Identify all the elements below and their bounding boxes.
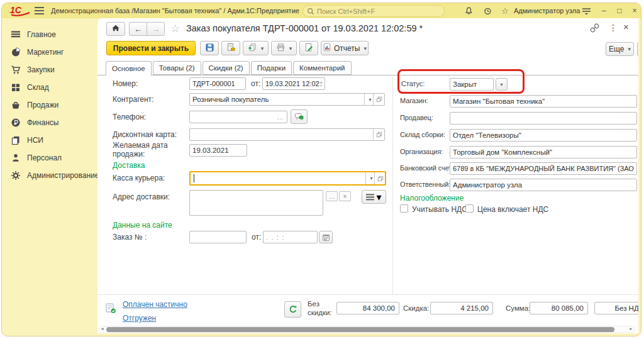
site-order-field[interactable] bbox=[189, 231, 247, 243]
paid-status-link[interactable]: Оплачен частично bbox=[123, 300, 187, 309]
edit-pencil-icon bbox=[304, 43, 314, 54]
dropdown-caret: ▾ bbox=[364, 45, 367, 52]
gross-label: Без скидки: bbox=[308, 300, 336, 317]
sms-chat-button[interactable] bbox=[291, 109, 308, 124]
vat-checkbox-label: Учитывать НДС bbox=[412, 205, 467, 214]
courier-cash-open-button[interactable] bbox=[374, 172, 386, 184]
discount-card-field[interactable] bbox=[189, 128, 385, 141]
home-button[interactable] bbox=[106, 22, 125, 36]
sidebar-item-marketing[interactable]: Маркетинг bbox=[2, 45, 97, 60]
nav-back-button[interactable]: ← bbox=[129, 22, 147, 36]
address-list-button[interactable]: ▾ bbox=[362, 190, 386, 204]
discount-card-open-button[interactable] bbox=[373, 129, 384, 140]
store-field[interactable]: Магазин "Бытовая техника" bbox=[450, 95, 637, 108]
courier-cash-field[interactable]: ▾ bbox=[189, 171, 386, 186]
get-link-icon[interactable] bbox=[590, 23, 600, 33]
scroll-left-arrow[interactable]: ◄ bbox=[100, 326, 104, 331]
current-user[interactable]: Администратор узла bbox=[514, 7, 580, 14]
text-cursor bbox=[194, 174, 194, 182]
edit-button[interactable] bbox=[299, 41, 318, 55]
nav-forward-button[interactable]: → bbox=[147, 22, 165, 36]
total-label: Сумма: bbox=[506, 304, 530, 312]
sidebar-item-sales[interactable]: Продажи bbox=[2, 97, 97, 113]
favorite-star-icon[interactable]: ☆ bbox=[170, 23, 180, 34]
assembly-warehouse-field[interactable]: Отдел "Телевизоры" bbox=[450, 129, 637, 142]
counterparty-open-button[interactable] bbox=[373, 94, 384, 105]
home-icon bbox=[111, 23, 120, 35]
datetime-field[interactable]: 19.03.2021 12:02:59 bbox=[262, 77, 325, 90]
number-field[interactable]: ТДРТ-000001 bbox=[189, 77, 246, 90]
app-name: 1С:Предприятие bbox=[246, 7, 299, 14]
tab-main[interactable]: Основное bbox=[106, 61, 152, 75]
window-close-button[interactable]: × bbox=[628, 6, 641, 16]
seller-label: Продавец: bbox=[400, 114, 433, 121]
clipped-button[interactable] bbox=[637, 42, 638, 56]
order-form-panel: ← → ☆ Заказ покупателя ТДРТ-000001 от 19… bbox=[97, 18, 638, 333]
organization-field[interactable]: Торговый дом "Комплексный" bbox=[450, 146, 637, 158]
form-close-icon[interactable]: × bbox=[623, 21, 629, 32]
more-menu-kebab-icon[interactable]: ⋮ bbox=[609, 23, 618, 33]
bank-account-field[interactable]: 6789 в КБ "МЕЖДУНАРОДНЫЙ БАНК РАЗВИТИЯ" … bbox=[450, 162, 637, 175]
service-settings-icon[interactable] bbox=[580, 6, 592, 16]
status-field[interactable]: Закрыт bbox=[450, 78, 494, 91]
site-data-section-header: Данные на сайте bbox=[113, 221, 172, 230]
global-search-input[interactable]: Поиск Ctrl+Shift+F bbox=[303, 5, 445, 17]
responsible-label: Ответственный: bbox=[400, 181, 450, 188]
post-and-close-button[interactable]: Провести и закрыть bbox=[106, 41, 196, 55]
tab-goods[interactable]: Товары (2) bbox=[153, 61, 201, 75]
main-menu-icon[interactable] bbox=[33, 6, 45, 16]
vat-checkbox[interactable] bbox=[400, 204, 408, 213]
sidebar-item-purchases[interactable]: Закупки bbox=[2, 62, 97, 77]
phone-field[interactable]: … bbox=[189, 111, 287, 123]
print-button[interactable]: ▾ bbox=[271, 41, 297, 55]
delivery-address-textarea[interactable] bbox=[189, 190, 323, 216]
reports-button[interactable]: Отчеты ▾ bbox=[321, 41, 369, 55]
desired-date-field[interactable]: 19.03.2021 bbox=[189, 144, 247, 157]
more-button[interactable]: Еще▾ bbox=[606, 42, 634, 56]
sidebar-item-personnel[interactable]: Персонал bbox=[2, 150, 97, 165]
save-button[interactable] bbox=[200, 41, 219, 55]
site-date-calendar-button[interactable] bbox=[319, 231, 333, 243]
choose-ellipsis[interactable]: … bbox=[277, 113, 284, 121]
gross-field[interactable]: 84 300,00 bbox=[336, 302, 399, 314]
address-clear-button[interactable]: × bbox=[339, 191, 351, 201]
vat-mode-field[interactable]: Без НДС bbox=[594, 302, 638, 314]
discount-card-label: Дисконтная карта: bbox=[113, 130, 177, 139]
status-dropdown-button[interactable]: ▾ bbox=[496, 78, 508, 91]
recalculate-button[interactable] bbox=[284, 301, 301, 318]
scroll-right-arrow[interactable]: ► bbox=[629, 326, 633, 331]
tab-comment[interactable]: Комментарий bbox=[293, 61, 351, 75]
minimize-button[interactable]: – bbox=[597, 6, 610, 16]
total-field[interactable]: 80 085,00 bbox=[530, 302, 588, 314]
counterparty-field[interactable]: Розничный покупатель ▾ bbox=[189, 93, 385, 106]
maximize-button[interactable]: □ bbox=[613, 6, 626, 16]
horizontal-scrollbar-thumb[interactable] bbox=[106, 327, 614, 332]
tab-gifts[interactable]: Подарки bbox=[251, 61, 292, 75]
seller-field[interactable] bbox=[450, 112, 637, 125]
tab-discounts[interactable]: Скидки (2) bbox=[203, 61, 250, 75]
save-icon bbox=[205, 43, 214, 54]
taxation-section-header: Налогообложение bbox=[400, 194, 464, 203]
history-icon[interactable] bbox=[482, 6, 493, 16]
site-date-field[interactable]: . . : : bbox=[263, 231, 318, 243]
sidebar-item-warehouse[interactable]: Склад bbox=[2, 80, 97, 95]
discount-sum-field[interactable]: 4 215,00 bbox=[430, 302, 493, 314]
price-includes-vat-checkbox[interactable] bbox=[465, 204, 474, 213]
chat-bubbles-icon bbox=[294, 112, 304, 122]
address-choose-button[interactable]: … bbox=[326, 191, 338, 201]
footer-divider bbox=[97, 294, 638, 295]
sidebar-item-main[interactable]: Главное bbox=[2, 27, 97, 42]
responsible-field[interactable]: Администратор узла bbox=[450, 179, 637, 191]
sidebar-item-administration[interactable]: Администрирование bbox=[2, 168, 97, 183]
sidebar-item-finance[interactable]: Финансы bbox=[2, 115, 97, 130]
1c-logo: 1С bbox=[9, 5, 33, 16]
post-document-button[interactable] bbox=[221, 41, 240, 55]
sidebar-item-nsi[interactable]: НСИ bbox=[2, 133, 97, 148]
favorites-star-icon[interactable]: ☆ bbox=[499, 6, 511, 16]
shipped-status-link[interactable]: Отгружен bbox=[123, 314, 156, 323]
notifications-bell-icon[interactable] bbox=[463, 6, 474, 16]
post-document-icon bbox=[226, 43, 236, 54]
copy-button[interactable]: ▾ bbox=[243, 41, 269, 55]
organization-label: Организация: bbox=[400, 148, 443, 155]
report-icon bbox=[323, 43, 331, 53]
